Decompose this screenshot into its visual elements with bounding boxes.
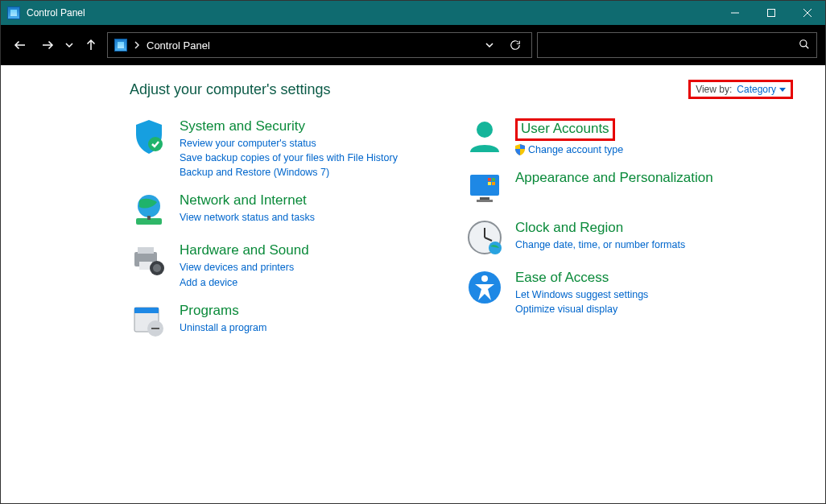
svg-point-35 <box>481 275 488 282</box>
svg-rect-29 <box>492 182 495 185</box>
shield-icon <box>130 117 168 155</box>
category-link[interactable]: Backup and Restore (Windows 7) <box>180 165 398 180</box>
category-ease-of-access: Ease of Access Let Windows suggest setti… <box>465 268 793 316</box>
address-bar[interactable]: Control Panel <box>107 32 532 58</box>
svg-point-33 <box>489 242 502 254</box>
category-user-accounts: User Accounts Change account type <box>465 117 793 157</box>
back-button[interactable] <box>9 34 31 56</box>
svg-rect-24 <box>480 197 489 200</box>
svg-rect-14 <box>138 247 154 254</box>
category-link[interactable]: View devices and printers <box>180 260 309 275</box>
svg-rect-25 <box>477 200 493 202</box>
category-link[interactable]: Save backup copies of your files with Fi… <box>180 151 398 165</box>
svg-point-7 <box>800 39 807 46</box>
category-title[interactable]: Programs <box>180 303 266 319</box>
category-link[interactable]: Change date, time, or number formats <box>515 238 685 252</box>
uac-shield-icon <box>515 144 525 155</box>
recent-locations-button[interactable] <box>64 34 75 56</box>
category-system-and-security: System and Security Review your computer… <box>130 117 457 180</box>
chevron-right-icon <box>134 39 140 52</box>
close-button[interactable] <box>789 1 825 25</box>
search-input[interactable] <box>537 32 817 58</box>
category-clock-and-region: Clock and Region Change date, time, or n… <box>465 218 793 257</box>
category-title[interactable]: System and Security <box>180 118 398 134</box>
svg-rect-28 <box>488 182 491 185</box>
control-panel-window: Control Panel Control Pa <box>0 0 826 504</box>
category-title[interactable]: Ease of Access <box>515 270 648 286</box>
category-link[interactable]: Let Windows suggest settings <box>515 287 648 302</box>
control-panel-icon <box>7 6 20 19</box>
up-button[interactable] <box>80 34 102 56</box>
category-link[interactable]: View network status and tasks <box>180 210 315 225</box>
svg-rect-21 <box>151 328 159 329</box>
breadcrumb[interactable]: Control Panel <box>147 39 210 52</box>
programs-icon <box>130 301 168 340</box>
category-appearance-and-personalization: Appearance and Personalization <box>465 168 793 207</box>
category-link[interactable]: Add a device <box>180 275 309 290</box>
category-network-and-internet: Network and Internet View network status… <box>130 191 457 229</box>
address-dropdown-button[interactable] <box>480 35 499 55</box>
clock-icon <box>465 218 504 257</box>
content-area: Adjust your computer's settings View by:… <box>1 65 825 503</box>
category-hardware-and-sound: Hardware and Sound View devices and prin… <box>130 241 457 289</box>
category-title[interactable]: Hardware and Sound <box>180 242 309 258</box>
category-link[interactable]: Uninstall a program <box>180 320 266 335</box>
forward-button[interactable] <box>36 34 59 56</box>
category-title[interactable]: Network and Internet <box>180 192 315 209</box>
navigation-bar: Control Panel <box>1 25 825 65</box>
category-column-left: System and Security Review your computer… <box>130 117 457 351</box>
category-title[interactable]: Appearance and Personalization <box>515 170 713 186</box>
user-icon <box>465 117 504 155</box>
minimize-button[interactable] <box>717 1 753 25</box>
svg-line-8 <box>806 45 809 48</box>
page-title: Adjust your computer's settings <box>130 81 688 98</box>
view-by-label: View by: <box>696 84 732 95</box>
accessibility-icon <box>465 268 504 307</box>
svg-rect-27 <box>492 178 495 181</box>
titlebar: Control Panel <box>1 1 825 25</box>
svg-point-17 <box>153 264 161 272</box>
globe-icon <box>130 191 168 229</box>
search-icon <box>799 39 810 52</box>
svg-rect-19 <box>134 308 159 313</box>
maximize-button[interactable] <box>753 1 789 25</box>
chevron-down-icon <box>779 88 786 92</box>
category-title[interactable]: Clock and Region <box>515 220 685 236</box>
window-title: Control Panel <box>27 7 85 19</box>
view-by-value: Category <box>737 84 776 95</box>
category-programs: Programs Uninstall a program <box>130 301 457 340</box>
category-column-right: User Accounts Change account type <box>465 117 793 351</box>
category-link[interactable]: Optimize visual display <box>515 302 648 316</box>
svg-rect-12 <box>147 216 151 220</box>
refresh-button[interactable] <box>506 35 525 55</box>
category-title[interactable]: User Accounts <box>515 118 615 141</box>
svg-rect-26 <box>488 178 491 181</box>
view-by-selector[interactable]: View by: Category <box>688 80 793 99</box>
svg-rect-1 <box>767 10 774 17</box>
category-link[interactable]: Change account type <box>528 143 623 157</box>
svg-point-22 <box>477 122 493 138</box>
address-icon <box>114 39 127 52</box>
printer-icon <box>130 241 168 279</box>
category-link[interactable]: Review your computer's status <box>180 136 398 151</box>
monitor-icon <box>465 168 504 207</box>
